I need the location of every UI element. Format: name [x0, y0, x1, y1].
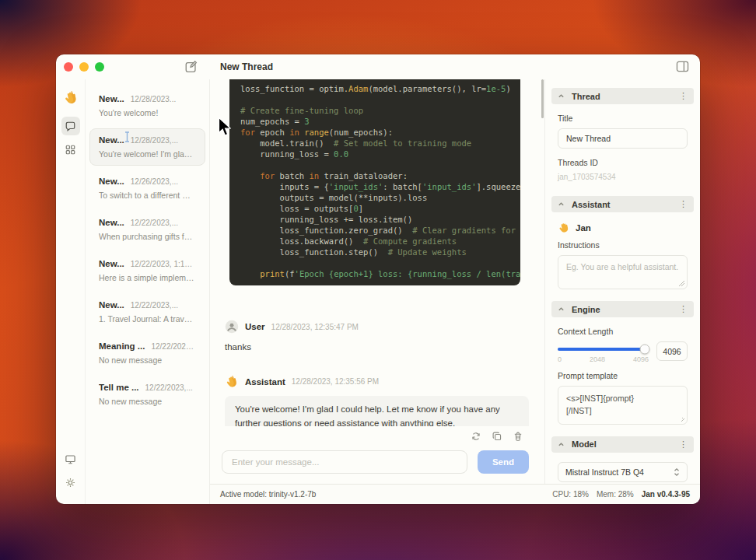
thread-list-item[interactable]: New...12/22/2023,...When purchasing gift… [89, 211, 205, 248]
message-text: You're welcome! I'm glad I could help. L… [225, 396, 529, 426]
threads-id-label: Threads ID [558, 158, 688, 167]
cpu-usage: CPU: 18% [552, 490, 589, 499]
assistant-message: Assistant 12/28/2023, 12:35:56 PM You're… [225, 375, 529, 426]
context-length-value[interactable]: 4096 [656, 341, 688, 361]
thread-section-header[interactable]: Thread ⋮ [551, 88, 694, 104]
thread-title: New... [99, 177, 124, 186]
engine-section-header[interactable]: Engine ⋮ [551, 301, 694, 317]
kebab-menu-icon[interactable]: ⋮ [679, 440, 688, 449]
message-input[interactable] [222, 450, 467, 474]
assistant-avatar-wave-icon [225, 375, 239, 389]
instructions-label: Instructions [558, 240, 688, 250]
zoom-window-button[interactable] [95, 62, 104, 72]
model-section-header[interactable]: Model ⋮ [551, 436, 694, 453]
active-model-status: Active model: trinity-v1.2-7b [220, 490, 316, 499]
slider-tick-max: 4096 [633, 355, 649, 363]
select-stepper-icon [674, 467, 680, 477]
close-window-button[interactable] [64, 62, 73, 72]
kebab-menu-icon[interactable]: ⋮ [679, 200, 688, 208]
message-role: User [245, 322, 265, 331]
desktop: { "titlebar": { "title": "New Thread" },… [0, 0, 756, 560]
context-length-label: Context Length [558, 327, 688, 336]
regenerate-icon[interactable] [469, 429, 483, 443]
thread-list-item[interactable]: New...12/28/2023,...You're welcome! I'm … [89, 128, 205, 166]
thread-date: 12/22/2023,... [131, 301, 178, 310]
thread-title: New... [99, 94, 124, 103]
message-timestamp: 12/28/2023, 12:35:47 PM [271, 323, 359, 331]
thread-title: Tell me ... [99, 383, 139, 392]
thread-date: 12/22/2023,... [145, 383, 193, 392]
thread-title: Meaning ... [99, 341, 145, 351]
title-label: Title [558, 114, 688, 123]
assistant-name: Jan [576, 223, 591, 233]
thread-date: 12/28/2023,... [131, 136, 178, 145]
send-button[interactable]: Send [478, 450, 529, 474]
thread-preview: When purchasing gifts for in-... [99, 232, 196, 241]
resize-grip-icon[interactable] [679, 416, 684, 422]
thread-preview: You're welcome! I'm glad I cou... [99, 149, 196, 159]
chat-scrollbar-thumb[interactable] [541, 79, 544, 118]
assistant-section: Assistant ⋮ [551, 196, 694, 294]
toggle-right-panel-icon[interactable] [676, 61, 689, 72]
chat-scroll-area[interactable]: loss_function = optim.Adam(model.paramet… [210, 79, 544, 426]
rail-hub-tab[interactable] [61, 140, 80, 159]
assistant-section-header[interactable]: Assistant ⋮ [551, 196, 694, 212]
window-title: New Thread [220, 61, 273, 72]
thread-title: New... [99, 218, 124, 227]
user-avatar-icon [225, 320, 239, 334]
slider-tick-mid: 2048 [590, 355, 605, 363]
left-icon-rail [56, 79, 86, 504]
model-select[interactable]: Mistral Instruct 7B Q4 [558, 462, 688, 482]
thread-date: 12/22/2023,... [131, 219, 178, 227]
minimize-window-button[interactable] [79, 62, 89, 72]
thread-preview: You're welcome! [99, 108, 196, 117]
thread-list-item[interactable]: New...12/22/2023,...1. Travel Journal: A… [89, 293, 205, 331]
prompt-template-textarea[interactable]: <s>[INST]{prompt} [/INST] [558, 386, 688, 425]
message-role: Assistant [245, 377, 285, 387]
thread-date: 12/28/2023... [131, 95, 176, 103]
thread-date: 12/22/2023, 1:15:... [131, 260, 196, 268]
app-version: Jan v0.4.3-95 [642, 490, 690, 499]
python-code-block: loss_function = optim.Adam(model.paramet… [229, 79, 520, 285]
resize-grip-icon[interactable] [679, 281, 684, 286]
slider-tick-min: 0 [558, 355, 562, 363]
composer: Send [210, 426, 544, 484]
copy-icon[interactable] [490, 429, 504, 443]
thread-list: New...12/28/2023...You're welcome!New...… [86, 79, 210, 504]
rail-chat-tab[interactable] [61, 117, 80, 135]
rail-settings-gear-button[interactable] [61, 473, 80, 492]
thread-title: New... [99, 135, 124, 145]
thread-preview: To switch to a different model,... [99, 191, 196, 200]
assistant-wave-icon [558, 222, 570, 234]
delete-trash-icon[interactable] [511, 429, 525, 443]
message-text: thanks [225, 341, 529, 355]
jan-wave-logo-icon [63, 90, 79, 106]
instructions-textarea[interactable]: Eg. You are a helpful assistant. [558, 255, 688, 289]
threads-id-value: jan_1703574534 [558, 173, 688, 181]
user-message: User 12/28/2023, 12:35:47 PM thanks [225, 320, 529, 355]
rail-system-monitor-button[interactable] [61, 450, 80, 468]
settings-panel: Thread ⋮ Title Threads ID jan_1703574534 [545, 79, 700, 484]
thread-list-item[interactable]: Tell me ...12/22/2023,...No new message [89, 376, 205, 413]
thread-preview: No new message [99, 355, 196, 365]
thread-preview: No new message [99, 397, 196, 406]
thread-list-item[interactable]: New...12/26/2023,...To switch to a diffe… [89, 170, 205, 207]
model-section: Model ⋮ Mistral Instruct 7B Q4 [551, 436, 694, 485]
thread-title-input[interactable] [558, 128, 688, 149]
kebab-menu-icon[interactable]: ⋮ [679, 92, 688, 100]
thread-section: Thread ⋮ Title Threads ID jan_1703574534 [551, 88, 694, 189]
chat-column: loss_function = optim.Adam(model.paramet… [210, 79, 545, 484]
new-thread-compose-icon[interactable] [184, 60, 198, 74]
kebab-menu-icon[interactable]: ⋮ [679, 305, 688, 313]
thread-list-item[interactable]: Meaning ...12/22/2023,...No new message [89, 334, 205, 372]
memory-usage: Mem: 28% [597, 490, 634, 499]
thread-title: New... [99, 300, 124, 310]
context-length-slider[interactable] [558, 348, 649, 351]
thread-preview: Here is a simple implementati... [99, 273, 196, 282]
status-bar: Active model: trinity-v1.2-7b CPU: 18% M… [210, 484, 700, 504]
thread-list-item[interactable]: New...12/22/2023, 1:15:...Here is a simp… [89, 252, 205, 289]
thread-list-item[interactable]: New...12/28/2023...You're welcome! [89, 87, 205, 124]
thread-preview: 1. Travel Journal: A travel journ... [99, 314, 196, 324]
message-timestamp: 12/28/2023, 12:35:56 PM [292, 377, 379, 386]
slider-handle[interactable] [640, 345, 650, 355]
